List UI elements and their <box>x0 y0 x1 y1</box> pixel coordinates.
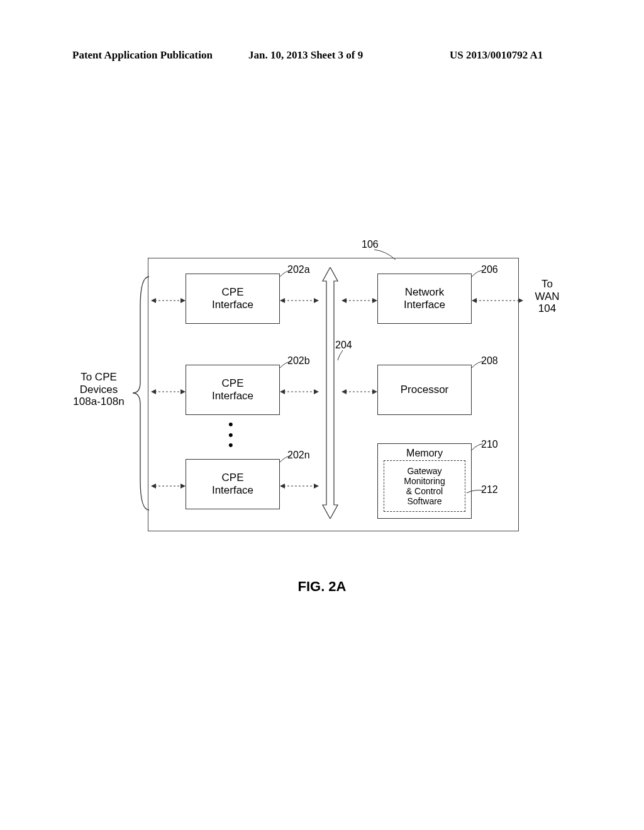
figure-caption: FIG. 2A <box>0 578 644 595</box>
svg-marker-27 <box>518 298 523 303</box>
processor-208: Processor <box>377 365 472 415</box>
svg-marker-23 <box>151 484 156 489</box>
arrow-cpe-a-to-devices <box>151 297 186 297</box>
svg-marker-8 <box>280 484 285 489</box>
svg-marker-11 <box>341 298 347 303</box>
header-pub-number: US 2013/0010792 A1 <box>450 49 543 62</box>
block-label: CPEInterface <box>212 286 253 311</box>
bus-204 <box>319 267 341 519</box>
svg-marker-18 <box>180 298 186 303</box>
svg-marker-21 <box>180 389 186 394</box>
ref-lead-202b <box>279 360 292 369</box>
svg-marker-12 <box>372 298 377 303</box>
left-brace <box>131 275 150 511</box>
svg-marker-14 <box>341 389 347 394</box>
network-interface-206: NetworkInterface <box>377 274 472 324</box>
svg-marker-0 <box>323 267 338 519</box>
cpe-interface-202a: CPEInterface <box>186 274 280 324</box>
label-to-cpe-devices: To CPEDevices108a-108n <box>67 371 130 408</box>
svg-marker-26 <box>472 298 477 303</box>
svg-marker-2 <box>280 298 285 303</box>
cpe-interface-202b: CPEInterface <box>186 365 280 415</box>
ref-lead-202n <box>279 455 292 463</box>
page: Patent Application Publication Jan. 10, … <box>0 0 644 830</box>
cpe-interface-202n: CPEInterface <box>186 459 280 509</box>
svg-marker-17 <box>151 298 156 303</box>
arrow-cpe-b-to-devices <box>151 388 186 389</box>
software-212: GatewayMonitoring& ControlSoftware <box>384 460 465 512</box>
vertical-ellipsis: ••• <box>228 419 233 451</box>
header-left: Patent Application Publication <box>72 49 213 62</box>
svg-marker-20 <box>151 389 156 394</box>
ref-lead-212 <box>465 488 484 497</box>
block-label: Processor <box>401 384 449 396</box>
arrow-cpe-a-to-bus <box>280 297 319 297</box>
figure-2a-diagram: CPEInterface CPEInterface CPEInterface •… <box>72 239 575 538</box>
ref-lead-106 <box>373 248 398 262</box>
arrow-net-if-to-wan <box>472 297 523 297</box>
arrow-cpe-b-to-bus <box>280 388 319 389</box>
block-label: NetworkInterface <box>404 286 445 311</box>
svg-marker-6 <box>314 389 319 394</box>
block-label: GatewayMonitoring& ControlSoftware <box>404 466 445 506</box>
arrow-bus-to-processor <box>341 388 377 389</box>
svg-marker-5 <box>280 389 285 394</box>
svg-marker-3 <box>314 298 319 303</box>
block-label: CPEInterface <box>212 377 253 402</box>
svg-marker-9 <box>314 484 319 489</box>
page-header: Patent Application Publication Jan. 10, … <box>0 49 644 68</box>
svg-marker-24 <box>180 484 186 489</box>
svg-marker-15 <box>372 389 377 394</box>
ref-lead-202a <box>279 269 292 278</box>
ref-lead-204 <box>336 349 347 362</box>
arrow-bus-to-net-if <box>341 297 377 297</box>
label-to-wan: ToWAN104 <box>525 278 569 315</box>
block-label: Memory <box>378 448 471 459</box>
arrow-cpe-n-to-bus <box>280 482 319 483</box>
ref-lead-210 <box>470 443 484 451</box>
arrow-cpe-n-to-devices <box>151 482 186 483</box>
ref-lead-206 <box>470 269 484 278</box>
header-date-sheet: Jan. 10, 2013 Sheet 3 of 9 <box>248 49 363 62</box>
block-label: CPEInterface <box>212 472 253 496</box>
ref-lead-208 <box>470 360 484 369</box>
